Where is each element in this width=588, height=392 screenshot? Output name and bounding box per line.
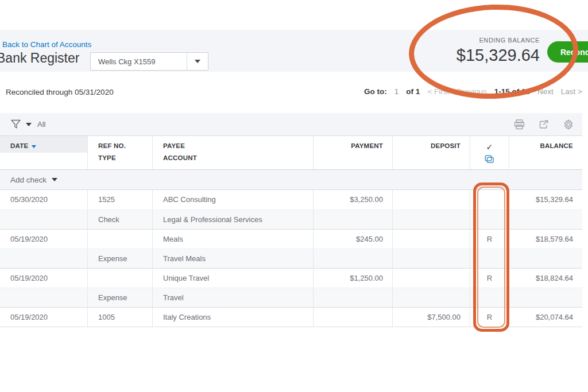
column-header-payment: PAYMENT (313, 136, 392, 169)
cell-balance: $20,074.64 (509, 308, 582, 327)
first-page-link[interactable]: < First (427, 87, 449, 96)
cell-balance: $18,579.64 (509, 230, 582, 249)
cell-payment: $3,250.00 (313, 190, 392, 209)
cell-deposit: $7,500.00 (392, 308, 470, 327)
cell-date: 05/19/2020 (0, 308, 87, 327)
account-header-label: ACCOUNT (163, 154, 304, 161)
next-page-link[interactable]: Next (537, 87, 554, 96)
cell-type: Expense (87, 288, 152, 307)
ending-balance-value: $15,329.64 (457, 46, 540, 65)
copy-icon[interactable] (470, 155, 509, 164)
column-header-date[interactable]: DATE (0, 136, 87, 169)
account-selector[interactable]: Wells Ckg X1559 (90, 52, 208, 71)
cell-empty (0, 249, 87, 268)
table-row[interactable]: 05/30/2020 1525 ABC Consulting $3,250.00… (0, 190, 582, 229)
cell-refno: 1525 (87, 190, 152, 209)
pagination: Go to: 1 of 1 < First Previous 1-15 of 1… (364, 87, 582, 96)
cell-refno (87, 230, 152, 249)
cell-deposit (392, 190, 470, 209)
cell-payee: Meals (152, 230, 313, 249)
cell-payee: Unique Travel (152, 269, 313, 288)
register-header-band: ‹ Back to Chart of Accounts Bank Registe… (0, 30, 588, 72)
gear-icon[interactable] (563, 119, 574, 130)
cell-balance: $15,329.64 (509, 190, 582, 209)
cell-balance: $18,824.64 (509, 269, 582, 288)
ending-balance-label: ENDING BALANCE (457, 37, 540, 44)
cell-payment: $1,250.00 (313, 269, 392, 288)
cell-type: Check (87, 210, 152, 229)
sort-desc-icon (32, 145, 36, 148)
column-header-payee-account: PAYEE ACCOUNT (152, 136, 313, 169)
cell-empty (392, 249, 470, 268)
filter-button[interactable]: All (10, 119, 45, 130)
chevron-down-icon (52, 178, 57, 181)
funnel-icon (10, 119, 21, 130)
add-check-label: Add check (10, 176, 47, 184)
cell-empty (509, 249, 582, 268)
cell-date: 05/19/2020 (0, 230, 87, 249)
cell-empty (509, 288, 582, 307)
cell-deposit (392, 269, 470, 288)
refno-header-label: REF NO. (98, 142, 143, 149)
cell-reconcile-status: R (470, 308, 509, 327)
column-header-balance: BALANCE (509, 136, 582, 169)
page-of-label: of 1 (406, 87, 420, 96)
go-to-label: Go to: (364, 87, 387, 96)
table-row[interactable]: 05/19/2020 Meals $245.00 R $18,579.64 Ex… (0, 229, 582, 268)
cell-empty (0, 288, 87, 307)
column-header-deposit: DEPOSIT (392, 136, 470, 169)
back-to-chart-of-accounts-link[interactable]: ‹ Back to Chart of Accounts (0, 40, 91, 49)
cell-empty (470, 288, 509, 307)
cell-payee: ABC Consulting (152, 190, 313, 209)
table-toolbar-icons (513, 119, 574, 130)
table-row[interactable]: 05/19/2020 1005 Italy Creations $7,500.0… (0, 307, 582, 327)
payee-header-label: PAYEE (163, 142, 304, 149)
register-table: All DATE REF NO. TYPE (0, 113, 582, 327)
table-bottom-border (0, 327, 582, 327)
account-selector-value: Wells Ckg X1559 (91, 53, 187, 70)
cell-payment: $245.00 (313, 230, 392, 249)
cell-empty (313, 249, 392, 268)
chevron-down-icon (26, 123, 32, 126)
cell-date: 05/30/2020 (0, 190, 87, 209)
table-row[interactable]: 05/19/2020 Unique Travel $1,250.00 R $18… (0, 268, 582, 307)
type-header-label: TYPE (98, 154, 143, 161)
table-header-row: DATE REF NO. TYPE PAYEE ACCOUNT PAYMENT … (0, 136, 582, 170)
previous-page-link[interactable]: Previous (457, 87, 487, 96)
cell-account: Legal & Professional Services (152, 210, 313, 229)
cell-account: Travel Meals (152, 249, 313, 268)
page-title: Bank Register (0, 51, 79, 66)
cell-payee: Italy Creations (152, 308, 313, 327)
ending-balance: ENDING BALANCE $15,329.64 (457, 37, 540, 65)
cell-reconcile-status: R (470, 269, 509, 288)
cell-reconcile-status: R (470, 230, 509, 249)
back-link-label: Back to Chart of Accounts (2, 40, 91, 49)
cell-refno (87, 269, 152, 288)
cell-account: Travel (152, 288, 313, 307)
cell-empty (392, 210, 470, 229)
cell-payment (313, 308, 392, 327)
column-header-refno-type: REF NO. TYPE (87, 136, 152, 169)
cell-empty (392, 288, 470, 307)
column-header-reconcile-status: ✓ (470, 136, 509, 169)
account-selector-arrow-button[interactable] (187, 53, 208, 70)
print-button[interactable] (513, 119, 525, 130)
reconciled-through-text: Reconciled through 05/31/2020 (6, 88, 114, 96)
table-toolbar: All (0, 113, 582, 136)
page-number-input[interactable]: 1 (394, 87, 399, 96)
cell-empty (0, 210, 87, 229)
sub-header-row: Reconciled through 05/31/2020 Go to: 1 o… (0, 72, 588, 113)
bank-register-page: ‹ Back to Chart of Accounts Bank Registe… (0, 0, 588, 392)
row-range-label: 1-15 of 15 (494, 87, 530, 96)
checkmark-icon: ✓ (470, 142, 509, 152)
cell-empty (470, 249, 509, 268)
cell-type: Expense (87, 249, 152, 268)
reconcile-button[interactable]: Reconcile (547, 41, 588, 63)
date-header-label: DATE (10, 142, 28, 149)
cell-deposit (392, 230, 470, 249)
export-button[interactable] (538, 119, 550, 130)
add-check-button[interactable]: Add check (0, 170, 582, 190)
cell-empty (313, 288, 392, 307)
last-page-link[interactable]: Last > (561, 87, 582, 96)
cell-reconcile-status (470, 190, 509, 209)
